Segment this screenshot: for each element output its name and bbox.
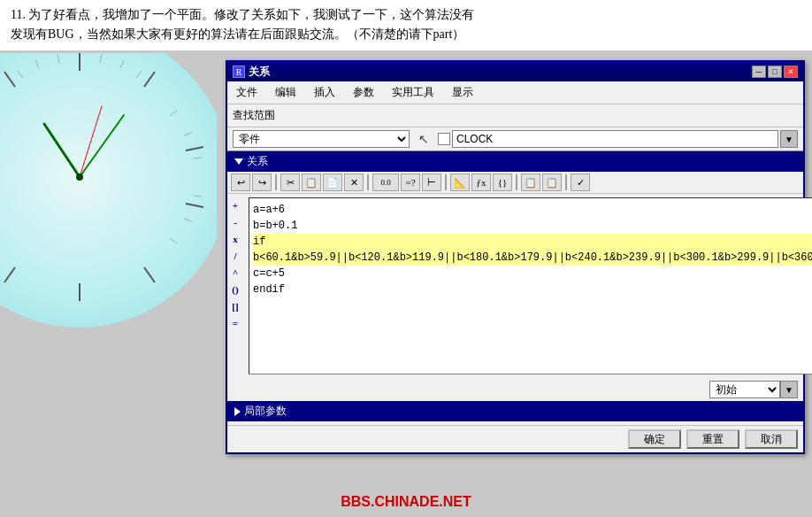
menu-tools[interactable]: 实用工具 bbox=[387, 83, 440, 102]
clock-name-area: ▼ bbox=[438, 130, 798, 148]
undo-button[interactable]: ↩ bbox=[231, 174, 250, 191]
relation-button[interactable]: ⊢ bbox=[422, 174, 441, 191]
local-params-expand-icon bbox=[234, 407, 241, 416]
status-select[interactable]: 初始 bbox=[709, 381, 780, 398]
top-line1: 11. 为了好看点，我增加了一个平面。修改了关系如下，我测试了一下，这个算法没有 bbox=[11, 5, 801, 25]
svg-line-16 bbox=[194, 196, 202, 197]
separator-1 bbox=[275, 174, 277, 190]
svg-line-18 bbox=[170, 238, 177, 243]
bracket-button[interactable]: {} bbox=[493, 174, 512, 191]
status-dropdown-button[interactable]: ▼ bbox=[780, 381, 798, 398]
menu-file[interactable]: 文件 bbox=[231, 83, 263, 102]
svg-line-14 bbox=[184, 133, 192, 135]
search-label: 查找范围 bbox=[233, 108, 275, 123]
ok-button[interactable]: 确定 bbox=[628, 429, 681, 449]
copy2-button[interactable]: 📋 bbox=[521, 174, 540, 191]
reset-button[interactable]: 重置 bbox=[686, 429, 739, 449]
svg-point-31 bbox=[76, 174, 83, 181]
function-button[interactable]: ƒx bbox=[471, 174, 491, 191]
title-buttons: ─ □ ✕ bbox=[752, 66, 798, 78]
svg-line-15 bbox=[194, 158, 202, 158]
side-symbols: + - x / ^ () [] = bbox=[227, 194, 243, 378]
svg-line-21 bbox=[18, 71, 23, 78]
footer-text: BBS.CHINADE.NET bbox=[341, 494, 471, 509]
sym-parens: () bbox=[227, 282, 243, 297]
equals-button[interactable]: =? bbox=[401, 174, 420, 191]
copy-button[interactable]: 📋 bbox=[302, 174, 321, 191]
top-text-area: 11. 为了好看点，我增加了一个平面。修改了关系如下，我测试了一下，这个算法没有… bbox=[0, 0, 812, 50]
sym-brackets: [] bbox=[227, 298, 243, 314]
pointer-icon: ↖ bbox=[415, 130, 433, 148]
top-line2: 发现有BUG，当然如果大家有更好的算法请在后面跟贴交流。（不清楚的请下part） bbox=[11, 25, 801, 44]
svg-line-4 bbox=[144, 267, 155, 282]
local-params-label: 局部参数 bbox=[244, 404, 287, 419]
sym-equals: = bbox=[227, 315, 243, 331]
code-line-2: b=b+0.1 bbox=[253, 218, 812, 234]
svg-line-30 bbox=[80, 106, 102, 177]
maximize-button[interactable]: □ bbox=[768, 66, 782, 78]
title-bar: R 关系 ─ □ ✕ bbox=[227, 62, 803, 81]
code-line-7 bbox=[253, 313, 812, 329]
clock-checkbox[interactable] bbox=[438, 133, 450, 145]
sym-x: x bbox=[227, 231, 243, 247]
code-line-5: endif bbox=[253, 282, 812, 297]
paste-button[interactable]: 📄 bbox=[323, 174, 342, 191]
cancel-button[interactable]: 取消 bbox=[745, 429, 798, 449]
relation-dialog: R 关系 ─ □ ✕ 文件 编辑 插入 参数 实用工具 显示 查找范围 零件 ↖… bbox=[226, 60, 805, 454]
cut-button[interactable]: ✂ bbox=[280, 174, 300, 191]
dialog-icon: R bbox=[233, 66, 245, 78]
local-params-header: 局部参数 bbox=[227, 401, 803, 421]
code-line-1: a=a+6 bbox=[253, 202, 812, 218]
code-area[interactable]: a=a+6 b=b+0.1 if b<60.1&b>59.9||b<120.1&… bbox=[249, 197, 812, 374]
dialog-buttons: 确定 重置 取消 bbox=[227, 425, 803, 452]
svg-line-19 bbox=[57, 54, 59, 63]
svg-line-9 bbox=[4, 72, 15, 87]
svg-line-10 bbox=[100, 54, 102, 63]
menu-edit[interactable]: 编辑 bbox=[270, 83, 302, 102]
clock-dropdown-button[interactable]: ▼ bbox=[780, 130, 798, 148]
sym-plus: + bbox=[227, 197, 243, 213]
filter-select[interactable]: 零件 bbox=[233, 130, 410, 148]
delete-button[interactable]: ✕ bbox=[344, 174, 364, 191]
svg-line-11 bbox=[120, 60, 124, 68]
relation-label: 关系 bbox=[247, 154, 268, 169]
svg-line-1 bbox=[144, 72, 155, 87]
redo-button[interactable]: ↪ bbox=[252, 174, 272, 191]
footer: BBS.CHINADE.NET bbox=[0, 494, 812, 510]
filter-row: 零件 ↖ ▼ bbox=[227, 127, 803, 151]
svg-line-2 bbox=[186, 147, 203, 150]
param-button[interactable]: 📐 bbox=[450, 174, 470, 191]
minimize-button[interactable]: ─ bbox=[752, 66, 766, 78]
close-button[interactable]: ✕ bbox=[784, 66, 798, 78]
menu-params[interactable]: 参数 bbox=[348, 83, 379, 102]
svg-line-20 bbox=[35, 60, 39, 68]
svg-line-28 bbox=[44, 124, 80, 177]
svg-line-3 bbox=[186, 204, 203, 207]
clock-input[interactable] bbox=[452, 130, 778, 148]
menu-view[interactable]: 显示 bbox=[447, 83, 479, 102]
separator-2 bbox=[367, 174, 369, 190]
code-line-3: if b<60.1&b>59.9||b<120.1&b>119.9||b<180… bbox=[253, 234, 812, 266]
code-line-4: c=c+5 bbox=[253, 266, 812, 282]
code-editor-wrapper: + - x / ^ () [] = a=a+6 b=b+0.1 if b<60.… bbox=[227, 194, 803, 378]
status-area: 初始 ▼ bbox=[227, 378, 803, 401]
code-line-8 bbox=[253, 329, 812, 345]
svg-line-6 bbox=[4, 267, 15, 282]
relation-expand-icon bbox=[234, 158, 243, 165]
svg-line-29 bbox=[80, 115, 124, 177]
menu-bar: 文件 编辑 插入 参数 实用工具 显示 bbox=[227, 81, 803, 104]
format-button[interactable]: 0.0 bbox=[372, 174, 399, 191]
dialog-title: 关系 bbox=[249, 65, 270, 80]
sym-slash: / bbox=[227, 248, 243, 264]
title-bar-left: R 关系 bbox=[233, 65, 270, 80]
paste2-button[interactable]: 📋 bbox=[542, 174, 562, 191]
check-button[interactable]: ✓ bbox=[571, 174, 590, 191]
menu-insert[interactable]: 插入 bbox=[309, 83, 341, 102]
sym-caret: ^ bbox=[227, 265, 243, 281]
search-row: 查找范围 bbox=[227, 104, 803, 127]
separator-3 bbox=[445, 174, 447, 190]
svg-line-12 bbox=[136, 71, 142, 78]
svg-line-17 bbox=[184, 219, 192, 221]
code-line-6 bbox=[253, 297, 812, 313]
sym-minus: - bbox=[227, 214, 243, 230]
